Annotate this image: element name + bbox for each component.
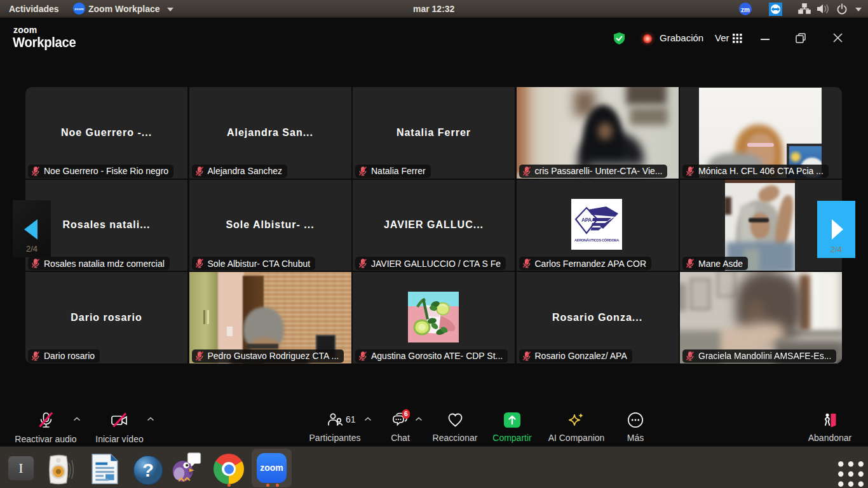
svg-text:?: ? bbox=[142, 459, 154, 480]
svg-text:AERONÁUTICOS CÓRDOBA: AERONÁUTICOS CÓRDOBA bbox=[574, 238, 619, 242]
svg-text:APA: APA bbox=[581, 217, 592, 223]
